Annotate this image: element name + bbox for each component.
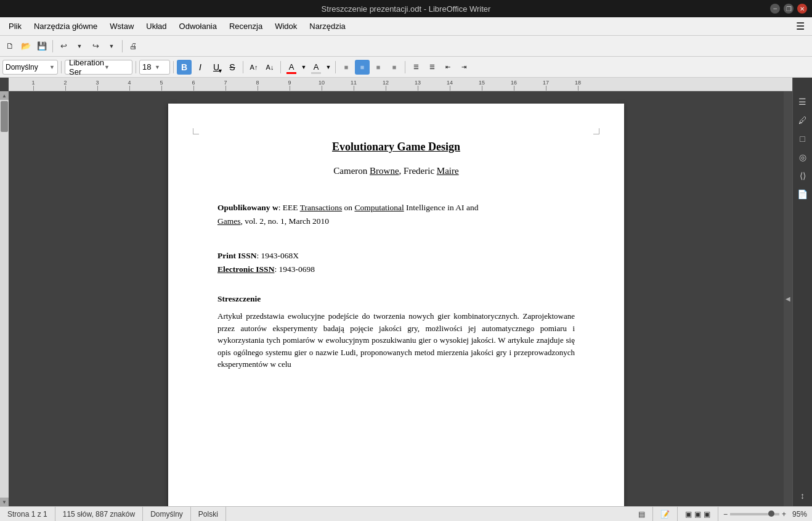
electronic-issn-label: Electronic ISSN [217,265,274,274]
scrollbar-track[interactable] [0,100,9,498]
menu-recenzja[interactable]: Recenzja [223,20,269,33]
document-page: Evolutionary Game Design Cameron Browne,… [168,104,624,506]
vertical-scrollbar[interactable]: ▲ ▼ [0,91,9,506]
new-button[interactable]: 🗋 [2,39,17,54]
window-title: Streszczenie prezentacji.odt - LibreOffi… [322,4,491,14]
font-size-selector[interactable]: 18 ▼ [139,60,170,75]
author-browne: Browne [370,166,399,176]
open-button[interactable]: 📂 [18,39,33,54]
ruler-scrollbar-corner [0,78,9,91]
right-panel-data-button[interactable]: 📄 [795,186,811,202]
indent-decrease-button[interactable]: ⇤ [441,60,455,75]
undo-button[interactable]: ↩ [56,39,71,54]
align-center-button[interactable]: ≡ [355,60,370,75]
right-panel-function-button[interactable]: ⟨⟩ [795,168,811,184]
save-button[interactable]: 💾 [35,39,49,54]
print-button[interactable]: 🖨 [126,39,140,54]
print-issn-label: Print ISSN [217,251,256,260]
menu-plik[interactable]: Plik [2,20,28,33]
toolbar-sep-1 [52,40,53,52]
close-button[interactable]: ✕ [797,4,807,14]
align-justify-button[interactable]: ≡ [387,60,402,75]
redo-arrow[interactable]: ▼ [104,39,119,54]
zoom-level: 95% [789,510,807,519]
collapse-panel-button[interactable]: ◀ [784,91,792,506]
list-unordered-button[interactable]: ☰ [408,60,423,75]
minimize-button[interactable]: − [770,4,780,14]
paragraph-style-arrow: ▼ [49,64,55,70]
underline-button[interactable]: U ▼ [209,60,224,75]
format-toolbar: Domyślny ▼ Liberation Ser ▼ 18 ▼ B I U ▼… [0,57,812,78]
font-family-selector[interactable]: Liberation Ser ▼ [65,60,132,75]
font-size-decrease-button[interactable]: A↓ [262,60,277,75]
strikethrough-button[interactable]: S [225,60,240,75]
track-changes-section: 📝 [653,507,678,521]
zoom-bar: − + 95% [718,510,812,519]
redo-button[interactable]: ↪ [88,39,103,54]
menu-uklad[interactable]: Układ [140,20,173,33]
font-size-increase-button[interactable]: A↑ [246,60,261,75]
font-color-indicator [286,72,296,74]
scrollbar-down-button[interactable]: ▼ [0,498,9,506]
author-cameron: Cameron [333,166,370,176]
meta-spacer [217,240,575,249]
streszczenie-header: Streszczenie [217,294,575,304]
document-issn: Print ISSN: 1943-068X Electronic ISSN: 1… [217,249,575,276]
paragraph-style-value: Domyślny [6,63,49,72]
zoom-in-button[interactable]: + [782,510,786,519]
right-panel-gallery-button[interactable]: □ [795,131,811,147]
page-info-section: Strona 1 z 1 [0,507,55,521]
ruler-right-corner [792,78,812,91]
document-authors: Cameron Browne, Frederic Maire [217,166,575,176]
ruler: 123456789101112131415161718 [9,78,792,91]
corner-marker-tl [193,128,199,134]
menu-bar: Plik Narzędzia główne Wstaw Układ Odwoła… [0,17,812,36]
right-panel-bottom-button[interactable]: ↕ [795,488,811,504]
fmt-sep-0 [61,61,62,73]
bold-button[interactable]: B [177,60,192,75]
zoom-slider[interactable] [730,513,779,515]
right-panel-properties-button[interactable]: ☰ [795,94,811,110]
undo-arrow[interactable]: ▼ [72,39,87,54]
print-issn-value: : 1943-068X [256,251,299,260]
menu-wstaw[interactable]: Wstaw [104,20,140,33]
document-title: Evolutionary Game Design [217,141,575,154]
highlight-button[interactable]: A [309,60,323,75]
menu-odwolania[interactable]: Odwołania [173,20,223,33]
zoom-out-button[interactable]: − [723,510,728,519]
indent-increase-button[interactable]: ⇥ [457,60,471,75]
layout-icon-3: ▣ [704,510,710,519]
font-color-button[interactable]: A [284,60,299,75]
title-bar: Streszczenie prezentacji.odt - LibreOffi… [0,0,812,17]
list-ordered-button[interactable]: ☰ [424,60,439,75]
right-panel-navigator-button[interactable]: ◎ [795,149,811,165]
highlight-arrow[interactable]: ▼ [325,60,332,75]
zoom-slider-thumb[interactable] [768,511,774,517]
language-name: Polski [198,510,218,519]
font-size-arrow: ▼ [155,64,167,70]
align-left-button[interactable]: ≡ [339,60,354,75]
restore-button[interactable]: ❐ [784,4,794,14]
font-family-value: Liberation Ser [69,58,104,76]
ruler-row: 123456789101112131415161718 [0,78,812,91]
menu-widok[interactable]: Widok [269,20,303,33]
scrollbar-up-button[interactable]: ▲ [0,91,9,100]
align-right-button[interactable]: ≡ [371,60,386,75]
meta-published-value: : EEE Transactions on Computational Inte… [278,203,479,212]
underline-arrow: ▼ [217,68,223,74]
print-issn-line: Print ISSN: 1943-068X [217,249,575,263]
font-size-value: 18 [142,62,155,72]
layout-icons-section: ▣ ▣ ▣ [678,507,718,521]
menu-narzedzia[interactable]: Narzędzia [303,20,352,33]
font-color-arrow[interactable]: ▼ [300,60,307,75]
paragraph-style-selector[interactable]: Domyślny ▼ [2,60,58,75]
right-panel-styles-button[interactable]: 🖊 [795,112,811,128]
menu-hamburger-button[interactable]: ☰ [791,18,810,34]
word-count: 115 słów, 887 znaków [63,510,135,519]
track-changes-icon: 📝 [660,510,670,519]
page-info: Strona 1 z 1 [7,510,47,519]
italic-button[interactable]: I [193,60,208,75]
menu-narzedzia-glowne[interactable]: Narzędzia główne [28,20,104,33]
scrollbar-thumb[interactable] [1,101,8,132]
document-area: Evolutionary Game Design Cameron Browne,… [9,91,784,506]
